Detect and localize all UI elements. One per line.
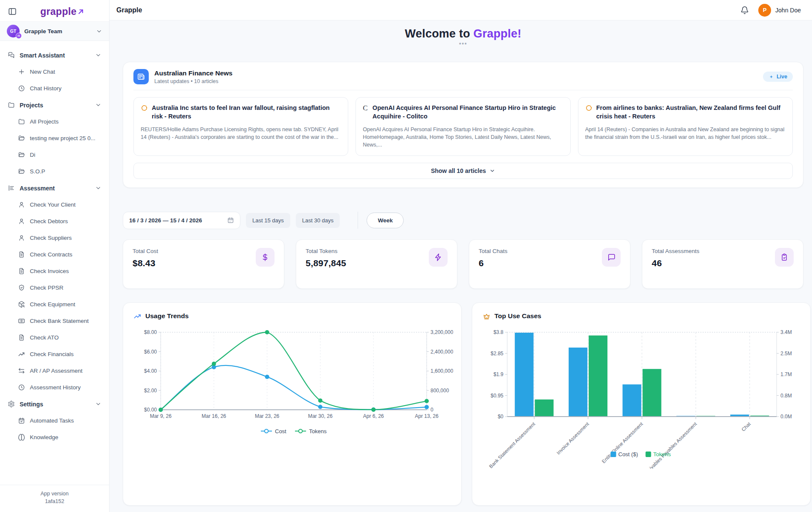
- gear-icon: [8, 400, 15, 408]
- sidebar-item-check-contracts[interactable]: Check Contracts: [4, 246, 105, 263]
- svg-text:Cost: Cost: [275, 428, 286, 434]
- sidebar-item-check-bank-statement[interactable]: Check Bank Statement: [4, 313, 105, 329]
- show-all-articles-button[interactable]: Show all 10 articles: [133, 163, 793, 179]
- folder-open-icon: [18, 135, 25, 142]
- stat-texts: Total Assessments46: [652, 248, 699, 268]
- sidebar-item-check-suppliers[interactable]: Check Suppliers: [4, 230, 105, 246]
- sidebar-nav: Smart AssistantNew ChatChat HistoryProje…: [0, 41, 109, 485]
- svg-text:Entity Online Assessment: Entity Online Assessment: [601, 421, 644, 464]
- sidebar-section-projects[interactable]: Projects: [4, 97, 105, 113]
- svg-text:Apr 13, 26: Apr 13, 26: [415, 413, 439, 419]
- sidebar-item-label: New Chat: [30, 69, 55, 75]
- file-icon: [18, 268, 25, 275]
- notifications-bell-icon[interactable]: [740, 6, 749, 14]
- sidebar-item-check-ppsr[interactable]: Check PPSR: [4, 279, 105, 296]
- sidebar-item-automated-tasks[interactable]: Automated Tasks: [4, 412, 105, 429]
- live-badge: Live: [763, 72, 793, 82]
- sidebar-item-s-o-p[interactable]: S.O.P: [4, 163, 105, 180]
- svg-text:$8.00: $8.00: [144, 329, 157, 335]
- chevron-down-icon: [96, 28, 102, 35]
- sidebar-section-label: Smart Assistant: [20, 52, 65, 58]
- stat-value: 5,897,845: [306, 258, 346, 268]
- folder-open-icon: [18, 168, 25, 175]
- stat-card-total-tokens: Total Tokens5,897,845: [296, 239, 457, 289]
- sidebar-item-check-financials[interactable]: Check Financials: [4, 346, 105, 362]
- chat-icon: [8, 52, 15, 59]
- svg-text:Bank Statement Assessment: Bank Statement Assessment: [488, 421, 536, 469]
- svg-text:1.7M: 1.7M: [780, 371, 792, 377]
- date-range-input[interactable]: 16 / 3 / 2026 — 15 / 4 / 2026: [123, 212, 240, 229]
- svg-text:$1.9: $1.9: [494, 371, 504, 377]
- sidebar-item-knowledge[interactable]: Knowledge: [4, 429, 105, 446]
- sidebar-item-ar-ap-assessment[interactable]: AR / AP Assessment: [4, 362, 105, 379]
- sidebar-item-testing-new-project-25-0[interactable]: testing new project 25 0...: [4, 130, 105, 147]
- sidebar-item-new-chat[interactable]: New Chat: [4, 63, 105, 80]
- sidebar-item-check-your-client[interactable]: Check Your Client: [4, 196, 105, 213]
- person-icon: [18, 218, 25, 225]
- sparkle-icon: [769, 74, 774, 80]
- logo-text: grapple: [40, 6, 76, 17]
- sidebar-item-label: Check Your Client: [30, 202, 75, 208]
- week-toggle-button[interactable]: Week: [367, 213, 404, 228]
- app-logo: grapple: [21, 6, 103, 17]
- sidebar-item-check-equipment[interactable]: Check Equipment: [4, 296, 105, 313]
- brain-icon: [18, 434, 25, 441]
- news-header-titles: Australian Finance News Latest updates •…: [154, 69, 232, 84]
- welcome-divider: ***: [123, 42, 803, 47]
- dollar-icon: [256, 248, 275, 267]
- chevron-down-icon: [95, 401, 101, 407]
- sidebar-section-smart-assistant[interactable]: Smart Assistant: [4, 47, 105, 63]
- sidebar-item-di[interactable]: Di: [4, 147, 105, 163]
- sidebar-item-label: Check Debtors: [30, 219, 68, 224]
- article-title: OpenAI Acquires AI Personal Finance Star…: [373, 104, 563, 121]
- sidebar-item-check-ato[interactable]: Check ATO: [4, 329, 105, 346]
- sidebar-item-chat-history[interactable]: Chat History: [4, 80, 105, 97]
- sidebar-item-label: Check Contracts: [30, 252, 72, 258]
- sidebar-item-assessment-history[interactable]: Assessment History: [4, 379, 105, 396]
- usage-trends-card: Usage Trends $0.000$2.00800,000$4.001,60…: [123, 302, 462, 506]
- sidebar-item-check-debtors[interactable]: Check Debtors: [4, 213, 105, 230]
- file-icon: [18, 334, 25, 341]
- team-selector[interactable]: GT ▤ Grapple Team: [0, 21, 109, 41]
- last-15-days-button[interactable]: Last 15 days: [246, 213, 290, 228]
- stat-label: Total Cost: [133, 248, 158, 254]
- sidebar-section-assessment[interactable]: Assessment: [4, 180, 105, 196]
- svg-text:Mar 16, 26: Mar 16, 26: [202, 413, 226, 419]
- top-use-cases-card: Top Use Cases $00.0M$0.950.8M$1.91.7M$2.…: [472, 302, 811, 506]
- stat-texts: Total Chats6: [479, 248, 508, 268]
- sidebar-item-all-projects[interactable]: All Projects: [4, 113, 105, 130]
- chevron-down-icon: [95, 102, 101, 108]
- sidebar-item-label: Chat History: [30, 86, 61, 92]
- sidebar-section-settings[interactable]: Settings: [4, 396, 105, 412]
- main-column: Grapple P John Doe Welcome to Grapple! *…: [110, 0, 812, 512]
- news-article-3[interactable]: From airlines to banks: Australian, New …: [578, 97, 793, 156]
- welcome-prefix: Welcome to: [405, 27, 474, 40]
- sidebar-item-label: Check Suppliers: [30, 235, 72, 241]
- news-article-2[interactable]: COpenAI Acquires AI Personal Finance Sta…: [355, 97, 570, 156]
- stat-texts: Total Cost$8.43: [133, 248, 158, 268]
- app-version-value: 1afa152: [4, 498, 105, 506]
- app-version-label: App version: [4, 490, 105, 498]
- top-use-cases-title: Top Use Cases: [483, 312, 800, 320]
- topbar: Grapple P John Doe: [110, 0, 812, 20]
- filters-row: 16 / 3 / 2026 — 15 / 4 / 2026 Last 15 da…: [123, 212, 803, 229]
- last-30-days-button[interactable]: Last 30 days: [296, 213, 340, 228]
- svg-text:$0.95: $0.95: [491, 392, 503, 398]
- svg-text:Apr 6, 26: Apr 6, 26: [363, 413, 384, 419]
- user-name: John Doe: [775, 7, 801, 14]
- svg-text:0.8M: 0.8M: [780, 392, 792, 398]
- user-menu[interactable]: P John Doe: [758, 4, 801, 17]
- stats-row: Total Cost$8.43Total Tokens5,897,845Tota…: [123, 239, 803, 289]
- svg-text:$2.85: $2.85: [491, 350, 503, 356]
- sidebar-toggle-button[interactable]: [6, 5, 19, 18]
- sidebar-section-label: Assessment: [20, 185, 55, 191]
- svg-text:3,200,000: 3,200,000: [431, 329, 453, 335]
- sidebar-item-check-invoices[interactable]: Check Invoices: [4, 263, 105, 279]
- team-building-badge-icon: ▤: [16, 33, 22, 39]
- folder-open-icon: [18, 151, 25, 158]
- news-article-1[interactable]: Australia Inc starts to feel Iran war fa…: [133, 97, 348, 156]
- svg-text:$4.00: $4.00: [144, 368, 157, 374]
- person-icon: [18, 201, 25, 208]
- sidebar-item-label: Check Equipment: [30, 302, 75, 308]
- sidebar-item-label: Knowledge: [30, 434, 58, 440]
